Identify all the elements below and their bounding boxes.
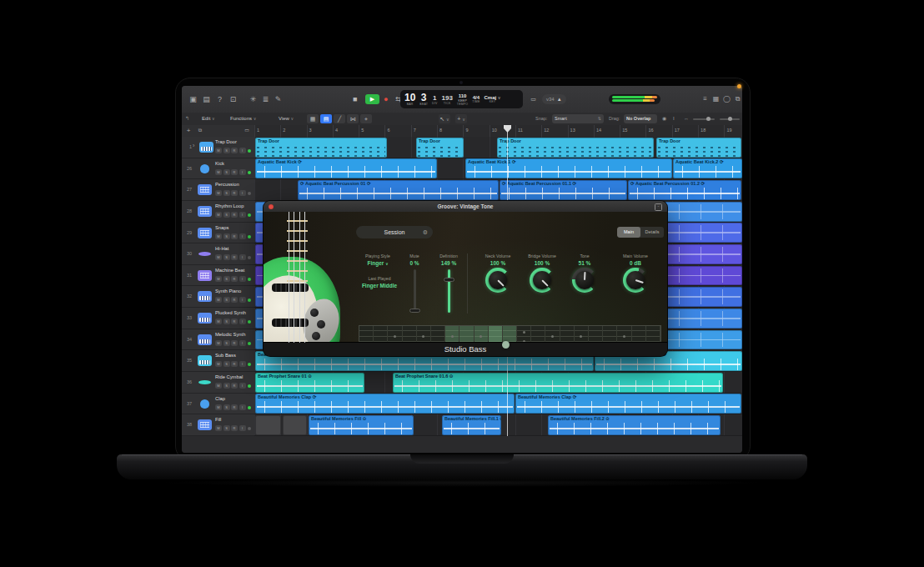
plugin-title-bar[interactable]: Groove: Vintage Tone ⌃ (264, 201, 667, 213)
s-button[interactable]: S (223, 340, 230, 346)
i-button[interactable]: I (239, 190, 246, 196)
i-button[interactable]: I (239, 383, 246, 389)
s-button[interactable]: S (223, 425, 230, 431)
r-button[interactable]: R (231, 340, 238, 346)
pointer-tool[interactable]: ↖ ∨ (439, 114, 450, 123)
tone-knob[interactable] (572, 268, 597, 293)
lcd-time-signature[interactable]: 4/4 TIME (472, 91, 480, 108)
link-icon[interactable]: ⌃ (655, 203, 662, 211)
s-button[interactable]: S (223, 404, 230, 410)
track-row-fill[interactable]: 38FillMSRI (182, 414, 254, 436)
i-button[interactable]: I (239, 361, 246, 367)
pencil-icon[interactable]: ✎ (272, 93, 284, 105)
track-row-snaps[interactable]: 29SnapsMSRI (182, 223, 254, 244)
s-button[interactable]: S (223, 233, 230, 239)
add-track-button[interactable]: + (183, 126, 193, 135)
drag-dropdown[interactable]: No Overlap (624, 114, 657, 123)
i-button[interactable]: I (239, 233, 246, 239)
r-button[interactable]: R (231, 254, 238, 260)
fretboard-position-handle[interactable] (502, 341, 510, 349)
menu-functions[interactable]: Functions ∨ (230, 114, 256, 123)
r-button[interactable]: R (231, 319, 238, 324)
region-trap-door[interactable]: Trap Door (416, 138, 464, 158)
s-button[interactable]: S (223, 361, 230, 367)
m-button[interactable]: M (215, 190, 222, 196)
region-aquatic-beat-kick.1-[interactable]: Aquatic Beat Kick.1 ⟳ (465, 158, 672, 178)
record-button[interactable]: ● (384, 94, 388, 104)
region-trap-door[interactable]: Trap Door (497, 138, 654, 158)
r-button[interactable]: R (231, 190, 238, 196)
r-button[interactable]: R (231, 169, 238, 175)
m-button[interactable]: M (215, 404, 222, 410)
m-button[interactable]: M (215, 340, 222, 346)
r-button[interactable]: R (231, 383, 238, 389)
i-button[interactable]: I (239, 254, 246, 260)
disclosure-icon[interactable]: › (193, 143, 194, 148)
lcd-display[interactable]: 10 BAR 3 BEAT 1 DIV 193 TICK 110 KEEP (400, 90, 523, 108)
track-row-plucked-synth[interactable]: 33Plucked SynthMSRI (182, 308, 254, 329)
track-row-trap-door[interactable]: 1›Trap DoorMSRI (182, 137, 254, 158)
region--aquatic-beat-percussion-01-[interactable]: ⟳ Aquatic Beat Percussion 01 ⟳ (298, 180, 499, 200)
m-button[interactable]: M (215, 319, 222, 324)
track-row-sub-bass[interactable]: 35Sub BassMSRI (182, 350, 254, 372)
s-button[interactable]: S (223, 254, 230, 260)
mixer-icon[interactable]: ▤ (200, 93, 213, 105)
m-button[interactable]: M (215, 383, 222, 389)
r-button[interactable]: R (231, 148, 238, 153)
auto-zoom-icon[interactable]: ↔ (684, 114, 689, 123)
catch-playhead-icon[interactable]: ◉ (662, 114, 666, 123)
smart-controls-icon[interactable]: ✳ (247, 93, 259, 105)
m-button[interactable]: M (215, 425, 222, 431)
gear-icon[interactable]: ⚙ (423, 226, 428, 238)
region-beautiful-memories-clap-[interactable]: Beautiful Memories Clap ⟳ (255, 394, 515, 414)
m-button[interactable]: M (215, 212, 222, 218)
m-button[interactable]: M (215, 233, 222, 239)
r-button[interactable]: R (231, 276, 238, 282)
bridge-volume-knob[interactable] (530, 268, 555, 293)
snap-dropdown[interactable]: Smart⇅ (552, 114, 604, 123)
mute-slider[interactable] (414, 269, 416, 313)
s-button[interactable]: S (223, 383, 230, 389)
definition-slider[interactable] (448, 269, 450, 313)
s-button[interactable]: S (223, 319, 230, 324)
i-button[interactable]: I (239, 276, 246, 282)
region-aquatic-beat-kick-[interactable]: Aquatic Beat Kick ⟳ (255, 158, 437, 178)
s-button[interactable]: S (223, 190, 230, 196)
vertical-zoom-slider[interactable] (720, 118, 740, 120)
quick-help-icon[interactable]: ? (213, 93, 226, 105)
duplicate-track-button[interactable]: ⧉ (195, 126, 205, 135)
i-button[interactable]: I (239, 319, 246, 324)
i-button[interactable]: I (239, 340, 246, 346)
s-button[interactable]: S (223, 212, 230, 218)
editors-icon[interactable]: ≣ (259, 93, 272, 105)
m-button[interactable]: M (215, 276, 222, 282)
track-row-melodic-synth[interactable]: 34Melodic SynthMSRI (182, 329, 254, 351)
s-button[interactable]: S (223, 148, 230, 153)
text-tool-icon[interactable]: I (673, 114, 675, 123)
flex-icon[interactable]: ⋈ (347, 114, 359, 123)
lcd-key[interactable]: Cmaj ∨ KEY (484, 91, 500, 108)
preset-dropdown[interactable]: Session ⚙ (356, 226, 433, 238)
region-aquatic-beat-kick.2-[interactable]: Aquatic Beat Kick.2 ⟳ (673, 158, 742, 178)
tab-details[interactable]: Details (640, 227, 664, 238)
back-icon[interactable]: ↰ (185, 114, 189, 123)
grid-view-icon[interactable]: ▦ (307, 114, 319, 123)
r-button[interactable]: R (231, 404, 238, 410)
i-button[interactable]: I (239, 404, 246, 410)
region-beautiful-memories-fill.1-[interactable]: Beautiful Memories Fill.1 ⊙ (442, 415, 501, 435)
definition-slider-handle[interactable] (444, 278, 454, 282)
m-button[interactable]: M (215, 148, 222, 153)
m-button[interactable]: M (215, 169, 222, 175)
r-button[interactable]: R (231, 361, 238, 367)
m-button[interactable]: M (215, 297, 222, 303)
i-button[interactable]: I (239, 297, 246, 303)
automation-icon[interactable]: ╱ (334, 114, 345, 123)
i-button[interactable]: I (239, 212, 246, 218)
lcd-tempo[interactable]: 110 KEEP TEMPO (457, 91, 468, 108)
region-beautiful-memories-fill-[interactable]: Beautiful Memories Fill ⊙ (309, 415, 414, 435)
share-icon[interactable]: ⧉ (731, 93, 742, 105)
region-beautiful-memories-fill.2-[interactable]: Beautiful Memories Fill.2 ⊙ (548, 415, 721, 435)
region-beat-prophet-snare-01-[interactable]: Beat Prophet Snare 01 ⊙ (255, 373, 364, 393)
region--aquatic-beat-percussion-01.2-[interactable]: ⟳ Aquatic Beat Percussion 01.2 ⟳ (628, 180, 741, 200)
region-beat-prophet-snare-01.6-[interactable]: Beat Prophet Snare 01.6 ⊙ (393, 373, 723, 393)
